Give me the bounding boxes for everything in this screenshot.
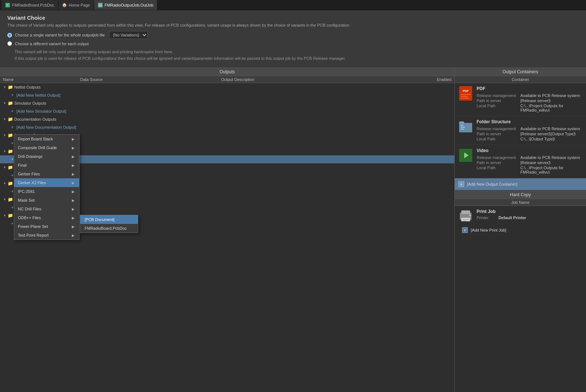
radio-different-variant[interactable] <box>7 41 12 46</box>
container-video-title: Video <box>477 148 582 153</box>
pdf-value-0: Available to PCB Release system <box>520 93 580 98</box>
add-print-label: [Add New Print Job] <box>471 228 506 232</box>
arrow-composite-drill-guide: ▶ <box>72 146 75 150</box>
arrow-mask-set: ▶ <box>72 198 75 202</box>
radio-single-label: Choose a single variant for the whole ou… <box>15 33 105 37</box>
radio-single-variant[interactable] <box>7 33 12 38</box>
video-key-1: Path in server <box>477 160 520 165</box>
submenu-item-fmradioboard[interactable]: FMRadioBoard.PcbDoc <box>80 224 138 233</box>
folder-value-1: [Release server]\[Output Type]\ <box>520 132 576 136</box>
add-container-label: [Add New Output Container] <box>467 182 517 186</box>
pdf-key-0: Release management <box>477 93 520 98</box>
menu-label-gerber-files: Gerber Files <box>18 172 40 176</box>
svg-rect-14 <box>461 127 465 128</box>
context-menu: Report Board Stack ▶ Composite Drill Gui… <box>14 134 79 240</box>
variant-choice-desc: This choice of Variant only applies to o… <box>7 23 579 27</box>
variant-dropdown[interactable]: [No Variations] <box>109 31 148 39</box>
svg-rect-19 <box>461 210 470 214</box>
svg-rect-22 <box>463 221 466 221</box>
svg-point-23 <box>469 215 471 216</box>
pdf-value-2: C:\...\Project Outputs for FMRadio_willv… <box>520 104 582 112</box>
svg-text:P: P <box>7 4 9 7</box>
menu-item-test-point-report[interactable]: Test Point Report ▶ <box>14 231 79 240</box>
col-source-header: Data Source <box>80 77 221 82</box>
variant-choice-panel: Variant Choice This choice of Variant on… <box>0 10 586 68</box>
outputs-columns: Name Data Source Output Description Enab… <box>0 76 454 83</box>
container-video-details: Video Release management Available to PC… <box>477 148 582 175</box>
video-detail-0: Release management Available to PCB Rele… <box>477 155 582 160</box>
menu-item-gerber-files[interactable]: Gerber Files ▶ <box>14 170 79 178</box>
context-menu-overlay: Report Board Stack ▶ Composite Drill Gui… <box>0 83 454 392</box>
menu-item-power-plane-set[interactable]: Power-Plane Set ▶ <box>14 222 79 231</box>
add-print-job-row[interactable]: + [Add New Print Job] <box>458 225 582 235</box>
folder-detail-1: Path in server [Release server]\[Output … <box>477 132 582 136</box>
pdf-key-2: Local Path <box>477 104 520 108</box>
menu-item-ipc-2581[interactable]: IPC-2581 ▶ <box>14 187 79 196</box>
video-detail-2: Local Path C:\...\Project Outputs for FM… <box>477 166 582 174</box>
submenu-label-pcb-document: [PCB Document] <box>85 217 115 222</box>
print-job-details: Print Job Printer Default Printer <box>477 209 582 220</box>
pdf-detail-1: Path in server [Release server]\ <box>477 98 582 103</box>
menu-item-nc-drill-files[interactable]: NC Drill Files ▶ <box>14 205 79 213</box>
outjob-icon: OJ <box>98 3 103 8</box>
video-key-0: Release management <box>477 155 520 160</box>
arrow-drill-drawings: ▶ <box>72 155 75 159</box>
menu-item-gerber-x2-files[interactable]: Gerber X2 Files ▶ <box>14 178 79 187</box>
pdf-detail-2: Local Path C:\...\Project Outputs for FM… <box>477 104 582 112</box>
svg-rect-9 <box>461 98 469 98</box>
tab-outjob[interactable]: OJ FMRadioOutputJob.OutJob <box>94 0 158 10</box>
menu-label-drill-drawings: Drill Drawings <box>18 154 43 159</box>
outputs-header: Outputs <box>0 68 454 76</box>
folder-key-0: Release management <box>477 127 520 131</box>
hardcopy-header: Hard Copy <box>455 190 586 199</box>
add-print-icon: + <box>462 227 468 233</box>
arrow-report-board-stack: ▶ <box>72 137 75 141</box>
svg-rect-21 <box>463 219 469 220</box>
folder-value-0: Available to PCB Release system <box>520 127 580 131</box>
col-name-header: Name <box>0 77 80 82</box>
radio-different-label: Choose a different variant for each outp… <box>15 42 89 46</box>
add-container-icon: + <box>458 181 464 187</box>
container-folder-title: Folder Structure <box>477 119 582 124</box>
arrow-gerber-files: ▶ <box>72 172 75 176</box>
menu-label-gerber-x2-files: Gerber X2 Files <box>18 181 46 185</box>
home-icon: 🏠 <box>62 3 67 8</box>
pdf-icon: PDF <box>459 86 472 101</box>
menu-item-final[interactable]: Final ▶ <box>14 161 79 170</box>
svg-rect-12 <box>459 121 464 124</box>
arrow-odb-plus-plus: ▶ <box>72 216 75 220</box>
container-folder-body: Folder Structure Release management Avai… <box>458 119 582 142</box>
containers-panel: Output Containers Container PDF <box>455 68 586 392</box>
printer-icon <box>458 209 473 222</box>
svg-rect-7 <box>461 94 471 95</box>
arrow-test-point-report: ▶ <box>72 233 75 237</box>
tab-pcbdoc-label: FMRadioBoard.PcbDoc <box>12 3 54 7</box>
menu-label-mask-set: Mask Set <box>18 198 35 202</box>
print-job-title: Print Job <box>477 209 582 214</box>
container-item-folder: Folder Structure Release management Avai… <box>455 116 586 145</box>
containers-sub-header: Container <box>455 76 586 83</box>
menu-item-mask-set[interactable]: Mask Set ▶ <box>14 196 79 205</box>
menu-label-power-plane-set: Power-Plane Set <box>18 224 48 229</box>
pdf-detail-0: Release management Available to PCB Rele… <box>477 93 582 98</box>
menu-item-report-board-stack[interactable]: Report Board Stack ▶ <box>14 135 79 143</box>
container-folder-details: Folder Structure Release management Avai… <box>477 119 582 142</box>
container-pdf-title: PDF <box>477 86 582 91</box>
add-output-container-row[interactable]: + [Add New Output Container] <box>455 178 586 190</box>
menu-item-drill-drawings[interactable]: Drill Drawings ▶ <box>14 152 79 161</box>
tab-pcbdoc[interactable]: P FMRadioBoard.PcbDoc <box>1 0 58 10</box>
submenu-item-pcb-document[interactable]: [PCB Document] <box>80 215 138 224</box>
menu-item-odb-plus-plus[interactable]: ODB++ Files ▶ <box>14 213 79 222</box>
hardcopy-sub-header: Job Name <box>455 199 586 206</box>
video-value-1: [Release server]\ <box>520 160 551 165</box>
arrow-final: ▶ <box>72 163 75 167</box>
menu-label-final: Final <box>18 163 27 167</box>
menu-item-composite-drill-guide[interactable]: Composite Drill Guide ▶ <box>14 143 79 152</box>
tab-homepage[interactable]: 🏠 Home Page <box>58 0 94 10</box>
folder-detail-0: Release management Available to PCB Rele… <box>477 127 582 131</box>
variant-note-line2: If this output job is used for release o… <box>15 55 579 62</box>
folder-value-2: C:\...\[Output Type]\ <box>520 137 555 141</box>
radio-row-2: Choose a different variant for each outp… <box>7 41 579 46</box>
menu-label-report-board-stack: Report Board Stack <box>18 137 53 141</box>
container-item-pdf: PDF PDF Release management <box>455 83 586 116</box>
